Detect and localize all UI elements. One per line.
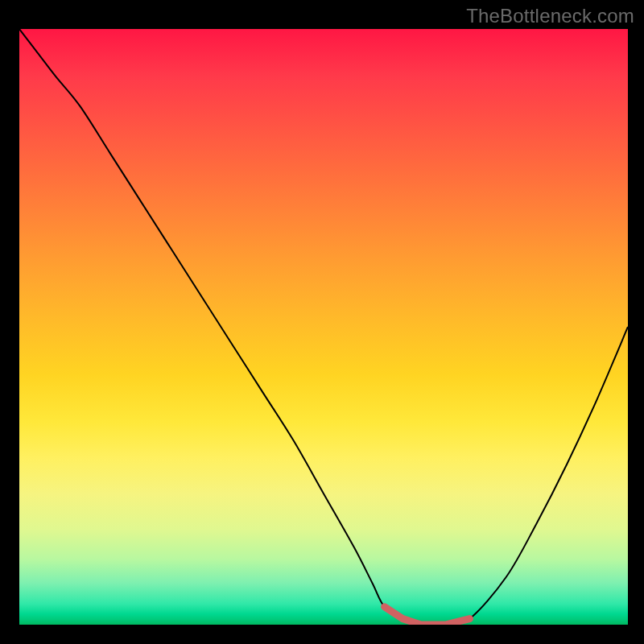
watermark-text: TheBottleneck.com — [466, 5, 634, 27]
plot-area — [19, 29, 628, 625]
chart-frame: TheBottleneck.com — [0, 0, 644, 644]
curve-layer — [19, 29, 628, 625]
bottleneck-curve — [19, 29, 628, 625]
